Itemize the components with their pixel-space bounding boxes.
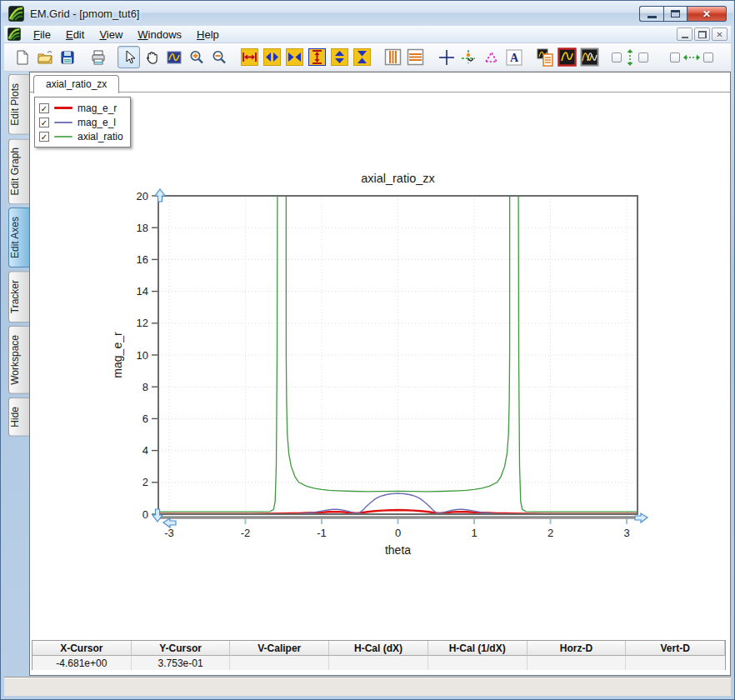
- select-tool-button[interactable]: [118, 46, 140, 68]
- child-close-button[interactable]: ✕: [712, 28, 728, 41]
- child-minimize-button[interactable]: [677, 28, 692, 41]
- legend-row-mag-e-l: ✓mag_e_l: [39, 115, 123, 129]
- select-arrow-icon: [121, 49, 138, 66]
- expand-y-button[interactable]: [306, 46, 328, 68]
- save-file-button[interactable]: [56, 46, 78, 68]
- crosshair-tool-button[interactable]: [435, 46, 458, 68]
- caliper-tool-button[interactable]: [480, 46, 502, 68]
- document-tab-bar: axial_ratio_zx: [30, 72, 730, 92]
- x-tick-label-0: 0: [395, 527, 401, 539]
- vertical-scale-link-group[interactable]: [609, 46, 651, 68]
- sidebar-tab-edit-graph[interactable]: Edit Graph: [8, 138, 29, 204]
- child-close-icon: ✕: [716, 30, 722, 39]
- legend-checkbox-axial-ratio[interactable]: ✓: [39, 132, 49, 142]
- child-restore-icon: [698, 31, 707, 38]
- y-axis-bottom-handle[interactable]: [152, 509, 162, 522]
- horizontal-markers-icon: [407, 48, 424, 66]
- vertical-markers-button[interactable]: [382, 46, 404, 68]
- save-floppy-icon: [59, 49, 76, 66]
- chart-title: axial_ratio_zx: [361, 172, 435, 185]
- sidebar-tab-tracker[interactable]: Tracker: [8, 271, 29, 322]
- print-button[interactable]: [87, 46, 109, 68]
- status-value-h-cal-1-dx-: [428, 656, 528, 670]
- horizontal-scale-link-group[interactable]: [668, 46, 716, 68]
- y-axis-label: mag_e_r: [111, 332, 124, 378]
- child-restore-button[interactable]: [694, 28, 710, 41]
- y-tick-label-6: 6: [142, 412, 148, 425]
- close-button[interactable]: ✕: [688, 6, 727, 22]
- pan-hand-icon: [143, 49, 160, 66]
- expand-y-icon: [308, 48, 326, 66]
- chart-svg[interactable]: -3-2-1012302468101214161820axial_ratio_z…: [108, 164, 683, 564]
- report-view-icon: [536, 48, 554, 67]
- y-tick-label-2: 2: [142, 476, 148, 488]
- spread-y-button[interactable]: [328, 46, 351, 68]
- zoom-out-button[interactable]: [208, 46, 230, 68]
- x-tick-label-2: 2: [548, 527, 553, 539]
- pan-tool-button[interactable]: [140, 46, 162, 68]
- legend-checkbox-mag-e-r[interactable]: ✓: [39, 103, 49, 113]
- expand-x-button[interactable]: [238, 46, 261, 68]
- minimize-button[interactable]: [639, 6, 663, 22]
- status-header-v-caliper: V-Caliper: [230, 641, 329, 656]
- shrink-x-button[interactable]: [283, 46, 306, 68]
- legend-swatch-mag-e-r: [54, 107, 72, 109]
- sidebar-tab-workspace[interactable]: Workspace: [8, 326, 29, 394]
- vertical-scale-left-checkbox[interactable]: [612, 52, 622, 62]
- x-tick-label--1: -1: [317, 527, 327, 539]
- window-title: EM.Grid - [pmom_tut6]: [30, 8, 139, 20]
- y-tick-label-8: 8: [142, 381, 148, 393]
- report-view-button[interactable]: [533, 46, 556, 68]
- maximize-button[interactable]: [663, 6, 688, 22]
- menu-item-view[interactable]: View: [92, 27, 130, 42]
- single-plot-view-button[interactable]: [556, 46, 578, 68]
- plot-workspace: axial_ratio_zx ✓mag_e_r✓mag_e_l✓axial_ra…: [29, 72, 731, 676]
- zoom-out-icon: [211, 49, 228, 66]
- text-annotation-icon: A: [505, 48, 523, 67]
- sidebar: Edit PlotsEdit GraphEdit AxesTrackerWork…: [4, 74, 29, 676]
- caliper-icon: [482, 48, 501, 67]
- vertical-scale-arrow-icon: [624, 48, 636, 67]
- text-annotation-button[interactable]: A: [502, 46, 525, 68]
- crosshair-icon: [438, 48, 456, 67]
- x-tick-label--3: -3: [164, 527, 174, 539]
- chart-area[interactable]: -3-2-1012302468101214161820axial_ratio_z…: [108, 164, 683, 564]
- plot-legend: ✓mag_e_r✓mag_e_l✓axial_ratio: [34, 97, 131, 148]
- legend-label-mag-e-r: mag_e_r: [78, 102, 117, 114]
- y-tick-label-4: 4: [142, 444, 148, 457]
- menu-item-edit[interactable]: Edit: [58, 27, 92, 42]
- menu-item-windows[interactable]: Windows: [130, 27, 189, 42]
- horizontal-markers-button[interactable]: [404, 46, 427, 68]
- sidebar-tab-edit-plots[interactable]: Edit Plots: [8, 74, 29, 135]
- horizontal-scale-left-checkbox[interactable]: [670, 52, 680, 62]
- menu-item-help[interactable]: Help: [189, 27, 227, 42]
- open-file-button[interactable]: [33, 46, 56, 68]
- spread-x-button[interactable]: [261, 46, 283, 68]
- shrink-y-button[interactable]: [351, 46, 373, 68]
- document-tab[interactable]: axial_ratio_zx: [33, 75, 119, 93]
- x-tick-label-1: 1: [471, 527, 477, 539]
- legend-checkbox-mag-e-l[interactable]: ✓: [39, 118, 49, 128]
- menu-bar: FileEditViewWindowsHelp ✕: [4, 26, 731, 43]
- new-file-button[interactable]: [11, 46, 33, 68]
- app-window: EM.Grid - [pmom_tut6] ✕ FileEditViewWind…: [0, 0, 735, 700]
- menu-item-file[interactable]: File: [26, 27, 58, 42]
- document-logo-icon: [8, 28, 21, 41]
- y-tick-label-0: 0: [142, 508, 148, 521]
- multi-plot-view-button[interactable]: [578, 46, 601, 68]
- tracker-tool-button[interactable]: [458, 46, 480, 68]
- status-value-x-cursor: -4.681e+00: [32, 656, 132, 670]
- close-icon: ✕: [702, 9, 711, 19]
- horizontal-scale-arrow-icon: [682, 52, 701, 63]
- status-value-horz-d: [528, 656, 627, 670]
- status-header-x-cursor: X-Cursor: [32, 641, 132, 656]
- expand-x-icon: [241, 48, 258, 66]
- zoom-in-button[interactable]: [185, 46, 208, 68]
- y-axis-top-handle[interactable]: [155, 189, 165, 202]
- vertical-scale-right-checkbox[interactable]: [638, 52, 648, 62]
- zoom-window-button[interactable]: [162, 46, 185, 68]
- child-minimize-icon: [682, 37, 688, 38]
- sidebar-tab-hide[interactable]: Hide: [8, 398, 29, 437]
- sidebar-tab-edit-axes[interactable]: Edit Axes: [8, 208, 29, 268]
- horizontal-scale-right-checkbox[interactable]: [703, 52, 713, 62]
